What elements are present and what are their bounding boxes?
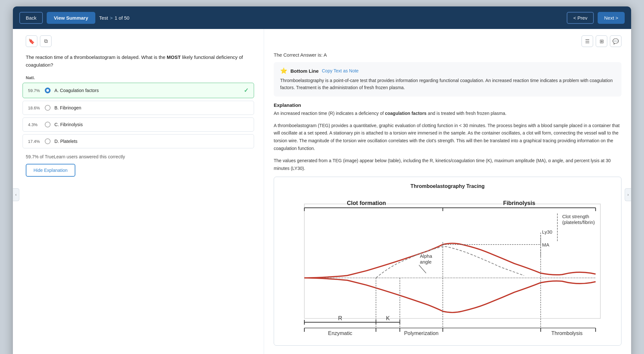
next-button[interactable]: Next >: [598, 12, 625, 24]
app-window: Back View Summary Test > 1 of 50 < Prev …: [13, 6, 631, 354]
star-icon: ⭐: [280, 67, 287, 74]
bottom-line-text: Thromboelastography is a point-of-care t…: [280, 77, 615, 91]
grid-view-button[interactable]: ⊞: [596, 35, 607, 47]
answer-option-b[interactable]: 18.6% B. Fibrinogen: [23, 101, 254, 115]
question-text: The reaction time of a thromboelastogram…: [23, 53, 254, 69]
right-toolbar: ☰ ⊞ 💬: [274, 35, 621, 47]
breadcrumb-separator: >: [110, 15, 113, 21]
breadcrumb-position: 1 of 50: [115, 15, 129, 21]
option-d-pct: 17.4%: [28, 139, 41, 144]
option-a-radio: [45, 88, 51, 93]
teg-title: Thromboelastography Tracing: [280, 183, 615, 189]
bookmark-icon: 🔖: [28, 38, 35, 44]
option-c-text: C. Fibrinolysis: [54, 122, 249, 127]
svg-text:R: R: [338, 315, 342, 322]
bottom-line-header: ⭐ Bottom Line Copy Text as Note: [280, 67, 615, 74]
bottom-line-box: ⭐ Bottom Line Copy Text as Note Thromboe…: [274, 62, 621, 97]
svg-rect-0: [304, 204, 600, 319]
option-d-radio: [45, 138, 51, 144]
svg-text:(platelets/fibrin): (platelets/fibrin): [562, 220, 595, 225]
stats-text: 59.7% of TrueLearn users answered this c…: [23, 154, 254, 159]
option-b-radio: [45, 105, 51, 111]
svg-text:Clot strength: Clot strength: [562, 214, 589, 219]
explanation-p3: The values generated from a TEG (image) …: [274, 157, 621, 172]
explanation-p1: An increased reaction time (R) indicates…: [274, 110, 621, 117]
chat-button[interactable]: 💬: [610, 35, 621, 47]
teg-svg-wrapper: Clot formation Fibrinolysis Clot strengt…: [280, 194, 615, 339]
breadcrumb: Test > 1 of 50: [99, 15, 129, 21]
back-button[interactable]: Back: [19, 12, 43, 24]
correct-check-icon: ✓: [244, 87, 249, 94]
option-b-text: B. Fibrinogen: [54, 105, 249, 110]
answer-option-c[interactable]: 4.3% C. Fibrinolysis: [23, 117, 254, 132]
svg-text:Enzymatic: Enzymatic: [328, 331, 352, 336]
correct-answer-label: The Correct Answer is: A: [274, 52, 621, 58]
collapse-left-button[interactable]: ‹: [13, 188, 19, 201]
option-a-pct: 59.7%: [28, 88, 41, 93]
option-b-pct: 18.6%: [28, 106, 41, 110]
explanation-p2: A thromboelastogram (TEG) provides a qua…: [274, 122, 621, 153]
option-c-radio: [45, 122, 51, 127]
option-a-text: A. Coagulation factors: [54, 88, 240, 93]
chat-icon: 💬: [612, 38, 619, 44]
breadcrumb-test: Test: [99, 15, 108, 21]
option-c-pct: 4.3%: [28, 122, 41, 127]
svg-text:Fibrinolysis: Fibrinolysis: [503, 200, 535, 206]
option-d-text: D. Platelets: [54, 139, 249, 144]
main-content: ‹ 🔖 ⧉ The reaction time of a thromboelas…: [13, 29, 631, 354]
svg-text:Clot formation: Clot formation: [347, 200, 386, 206]
explanation-section: Explanation An increased reaction time (…: [274, 102, 621, 346]
copy-text-as-note-link[interactable]: Copy Text as Note: [322, 68, 359, 73]
header: Back View Summary Test > 1 of 50 < Prev …: [13, 6, 631, 29]
copy-icon: ⧉: [44, 38, 48, 44]
question-toolbar: 🔖 ⧉: [23, 35, 254, 47]
view-summary-button[interactable]: View Summary: [47, 12, 95, 24]
svg-text:MA: MA: [542, 242, 549, 247]
copy-button[interactable]: ⧉: [40, 35, 52, 47]
svg-text:Ly30: Ly30: [542, 229, 553, 235]
list-view-button[interactable]: ☰: [582, 35, 593, 47]
collapse-right-button[interactable]: ›: [625, 188, 631, 201]
answer-option-d[interactable]: 17.4% D. Platelets: [23, 134, 254, 148]
grid-icon: ⊞: [600, 38, 604, 44]
teg-diagram: Thromboelastography Tracing Clot formati…: [274, 177, 621, 346]
list-icon: ☰: [585, 38, 590, 44]
answer-panel: › ☰ ⊞ 💬 The Correct Answer is: A ⭐ Botto…: [264, 29, 631, 354]
explanation-title: Explanation: [274, 102, 621, 108]
svg-text:angle: angle: [420, 259, 431, 265]
hide-explanation-button[interactable]: Hide Explanation: [26, 164, 75, 177]
svg-text:K: K: [386, 315, 390, 322]
bookmark-button[interactable]: 🔖: [26, 35, 37, 47]
svg-text:Alpha: Alpha: [420, 254, 432, 259]
bottom-line-title: Bottom Line: [290, 68, 319, 74]
prev-button[interactable]: < Prev: [567, 12, 594, 24]
question-panel: ‹ 🔖 ⧉ The reaction time of a thromboelas…: [13, 29, 264, 354]
svg-text:Thrombolysis: Thrombolysis: [551, 331, 582, 336]
answer-option-a[interactable]: 59.7% A. Coagulation factors ✓: [23, 83, 254, 98]
svg-text:Polymerization: Polymerization: [404, 331, 439, 336]
natl-label: Natl.: [23, 75, 254, 80]
teg-svg: Clot formation Fibrinolysis Clot strengt…: [280, 194, 615, 338]
